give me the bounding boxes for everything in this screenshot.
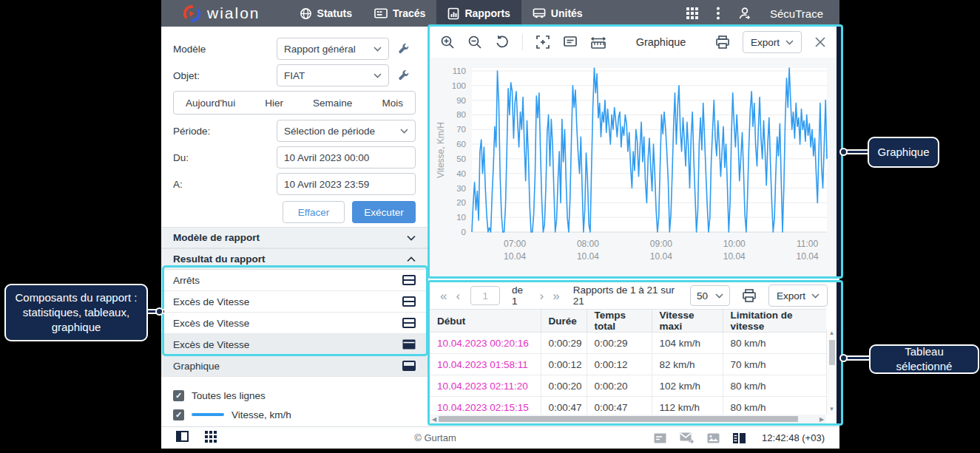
col-duree[interactable]: Durée — [541, 310, 587, 333]
tab-statuts[interactable]: Statuts — [288, 0, 363, 27]
all-lines-label: Toutes les lignes — [192, 390, 266, 401]
tab-unites[interactable]: Unités — [521, 0, 594, 27]
page-size-select[interactable]: 50 — [690, 285, 730, 306]
kebab-menu-icon[interactable] — [717, 7, 720, 20]
prev-page-icon[interactable]: ‹ — [454, 290, 462, 302]
scroll-right-icon[interactable]: ▶ — [817, 416, 826, 423]
table-export-button[interactable]: Export — [768, 285, 828, 307]
quick-ranges: Aujourd'hui Hier Semaine Mois — [173, 91, 416, 115]
result-item-exces-1[interactable]: Excès de Vitesse — [161, 291, 428, 313]
mail-icon[interactable] — [680, 432, 694, 443]
ruler-icon[interactable] — [590, 35, 606, 50]
zoom-out-icon[interactable] — [467, 35, 482, 50]
notes-icon[interactable] — [654, 433, 666, 443]
result-item-graphique[interactable]: Graphique — [161, 355, 428, 377]
modele-label: Modèle — [173, 44, 277, 55]
next-page-icon[interactable]: › — [538, 290, 546, 302]
svg-text:70: 70 — [456, 125, 466, 134]
rows-summary: Rapports de 1 à 21 sur 21 — [573, 285, 677, 307]
range-hier[interactable]: Hier — [265, 98, 283, 109]
tableau-connector-line — [844, 355, 871, 361]
columns-icon[interactable] — [733, 433, 746, 443]
result-item-exces-3-selected[interactable]: Excès de Vitesse — [161, 334, 428, 355]
svg-text:11:00: 11:00 — [797, 239, 818, 249]
date-from-value: 10 Avril 2023 00:00 — [284, 152, 369, 163]
objet-select[interactable]: FIAT — [277, 64, 389, 86]
svg-text:09:00: 09:00 — [650, 239, 672, 249]
periode-label: Période: — [173, 126, 277, 137]
svg-text:100: 100 — [452, 81, 466, 90]
cell-debut[interactable]: 10.04.2023 00:20:16 — [430, 333, 541, 354]
tooltip-icon[interactable] — [563, 35, 578, 49]
objet-value: FIAT — [284, 70, 305, 81]
table-icon — [402, 296, 416, 307]
wialon-logo[interactable]: wialon — [183, 4, 260, 22]
col-debut[interactable]: Début — [430, 310, 541, 333]
nav-tabs: Statuts Tracés Rapports Unités — [288, 0, 594, 27]
units-icon — [533, 7, 546, 19]
svg-text:10.04: 10.04 — [504, 251, 526, 262]
page-size-value: 50 — [697, 290, 708, 302]
expand-selection-icon[interactable] — [535, 35, 550, 50]
cell-vmax: 82 km/h — [652, 354, 723, 375]
panel-toggle-icon[interactable] — [176, 431, 189, 445]
reset-zoom-icon[interactable] — [495, 35, 510, 50]
page-number-input[interactable]: 1 — [470, 286, 500, 305]
cell-vmax: 102 km/h — [652, 375, 723, 397]
print-icon[interactable] — [742, 289, 757, 303]
cell-debut[interactable]: 10.04.2023 02:11:20 — [430, 375, 541, 397]
tab-rapports[interactable]: Rapports — [436, 0, 521, 27]
result-item-arrets[interactable]: Arrêts — [161, 270, 428, 291]
section-report-result[interactable]: Resultat du rapport — [161, 248, 428, 270]
tab-label: Statuts — [317, 7, 352, 19]
table-row[interactable]: 10.04.2023 02:11:20 0:00:20 0:00:20 102 … — [430, 375, 826, 397]
periode-select[interactable]: Sélection de période — [277, 120, 416, 142]
scroll-up-icon[interactable]: ▲ — [829, 330, 835, 338]
image-icon[interactable] — [707, 433, 720, 443]
scroll-down-icon[interactable]: ▼ — [829, 406, 835, 415]
tab-traces[interactable]: Tracés — [363, 0, 436, 27]
reports-icon — [447, 7, 459, 20]
cell-debut[interactable]: 10.04.2023 01:58:11 — [430, 354, 541, 375]
col-vitesse-maxi[interactable]: Vitesse maxi — [652, 310, 723, 333]
modele-select[interactable]: Rapport général — [277, 38, 389, 60]
checkbox-series-vitesse[interactable]: ✓ — [173, 409, 184, 420]
chevron-up-icon — [407, 256, 416, 262]
chart-export-button[interactable]: Export — [743, 31, 802, 53]
svg-text:90: 90 — [456, 96, 466, 105]
clear-button[interactable]: Effacer — [283, 201, 345, 223]
col-limitation[interactable]: Limitation de vitesse — [723, 310, 826, 333]
speed-chart[interactable]: 010203040506070809010011007:0010.0408:00… — [430, 58, 837, 276]
horizontal-scrollbar[interactable]: ◀ ▶ — [430, 415, 826, 423]
zoom-in-icon[interactable] — [440, 35, 455, 50]
tab-label: Unités — [551, 7, 583, 19]
date-from-input[interactable]: 10 Avril 2023 00:00 — [277, 146, 416, 168]
horizontal-scroll-thumb[interactable] — [439, 416, 798, 422]
vertical-scroll-thumb[interactable] — [829, 340, 835, 365]
print-icon[interactable] — [715, 35, 730, 50]
bottom-grid-icon[interactable] — [205, 431, 217, 446]
close-icon[interactable] — [814, 36, 826, 48]
table-row[interactable]: 10.04.2023 01:58:11 0:00:12 0:00:12 82 k… — [430, 354, 826, 375]
table-row[interactable]: 10.04.2023 00:20:16 0:00:29 0:00:29 104 … — [430, 333, 826, 354]
col-temps-total[interactable]: Temps total — [587, 310, 652, 333]
wrench-icon[interactable] — [398, 69, 410, 81]
range-semaine[interactable]: Semaine — [313, 98, 352, 109]
user-icon[interactable] — [737, 6, 752, 21]
checkbox-all-lines[interactable]: ✓ — [173, 390, 184, 401]
range-mois[interactable]: Mois — [382, 98, 403, 109]
section-report-template[interactable]: Modèle de rapport — [161, 227, 428, 248]
apps-grid-icon[interactable] — [686, 7, 699, 20]
execute-button[interactable]: Exécuter — [352, 201, 416, 223]
range-aujourdhui[interactable]: Aujourd'hui — [186, 98, 235, 109]
last-page-icon[interactable]: » — [551, 290, 561, 302]
result-item-exces-2[interactable]: Excès de Vitesse — [161, 313, 428, 334]
globe-icon — [300, 7, 312, 20]
account-name[interactable]: SécuTrace — [770, 7, 823, 20]
wrench-icon[interactable] — [398, 43, 410, 55]
first-page-icon[interactable]: « — [439, 290, 448, 302]
scroll-left-icon[interactable]: ◀ — [430, 416, 439, 423]
table-toolbar: « ‹ 1 de 1 › » Rapports de 1 à 21 sur 21… — [430, 282, 837, 309]
vertical-scrollbar[interactable]: ▲ ▼ — [826, 330, 837, 415]
date-to-input[interactable]: 10 Avril 2023 23:59 — [277, 173, 416, 195]
